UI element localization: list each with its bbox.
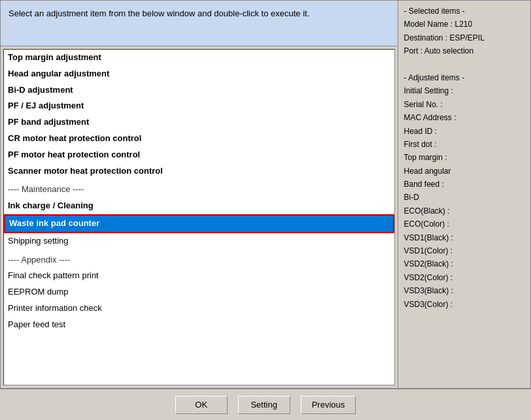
mac-address: MAC Address : — [403, 111, 525, 124]
list-item[interactable]: Bi-D adjustment — [4, 82, 394, 99]
list-item[interactable]: Shipping setting — [4, 233, 394, 250]
eco-black: ECO(Black) : — [403, 204, 525, 218]
model-name: Model Name : L210 — [403, 18, 525, 31]
destination: Destination : ESP/EPIL — [403, 31, 525, 44]
selected-items-title: - Selected items - — [403, 5, 525, 18]
head-angular: Head angular — [403, 165, 525, 178]
right-panel: - Selected items - Model Name : L210 Des… — [398, 1, 530, 388]
setting-button[interactable]: Setting — [238, 396, 290, 414]
port: Port : Auto selection — [403, 44, 525, 57]
vsd1-black: VSD1(Black) : — [403, 231, 525, 244]
vsd2-color: VSD2(Color) : — [403, 271, 525, 284]
previous-button[interactable]: Previous — [301, 396, 356, 414]
ok-button[interactable]: OK — [175, 396, 228, 414]
adjustment-list[interactable]: Top margin adjustmentHead angular adjust… — [3, 49, 395, 385]
bottom-bar: OK Setting Previous — [0, 389, 531, 420]
vsd3-black: VSD3(Black) : — [403, 284, 525, 297]
vsd2-black: VSD2(Black) : — [403, 257, 525, 270]
list-item[interactable]: PF motor heat protection control — [4, 147, 394, 163]
initial-setting: Initial Setting : — [403, 84, 525, 97]
first-dot: First dot : — [403, 138, 525, 151]
list-item[interactable]: ---- Maintenance ---- — [4, 182, 394, 198]
list-item[interactable]: Top margin adjustment — [4, 50, 394, 66]
list-item[interactable]: CR motor heat protection control — [4, 131, 394, 147]
vsd1-color: VSD1(Color) : — [403, 244, 525, 257]
head-id: Head ID : — [403, 125, 525, 138]
vsd3-color: VSD3(Color) : — [403, 298, 525, 311]
bi-d: Bi-D — [403, 191, 525, 204]
list-item[interactable]: Ink charge / Cleaning — [4, 198, 394, 214]
list-item[interactable]: Waste ink pad counter — [4, 214, 394, 233]
list-item[interactable]: EEPROM dump — [4, 284, 394, 300]
list-item[interactable]: Printer information check — [4, 300, 394, 317]
list-item[interactable]: ---- Appendix ---- — [4, 252, 394, 268]
instruction-text: Select an adjustment item from the below… — [9, 8, 309, 18]
adjusted-items-title: - Adjusted items - — [403, 71, 525, 84]
eco-color: ECO(Color) : — [403, 218, 525, 231]
list-item[interactable]: PF band adjustment — [4, 114, 394, 131]
list-item[interactable]: Final check pattern print — [4, 268, 394, 284]
list-item[interactable]: Paper feed test — [4, 317, 394, 333]
band-feed: Band feed : — [403, 178, 525, 191]
list-item[interactable]: Scanner motor heat protection control — [4, 163, 394, 180]
left-panel: Select an adjustment item from the below… — [1, 1, 398, 388]
list-item[interactable]: Head angular adjustment — [4, 66, 394, 82]
top-margin: Top margin : — [403, 151, 525, 164]
instruction-box: Select an adjustment item from the below… — [1, 1, 398, 46]
list-item[interactable]: PF / EJ adjustment — [4, 98, 394, 114]
serial-no: Serial No. : — [403, 98, 525, 111]
